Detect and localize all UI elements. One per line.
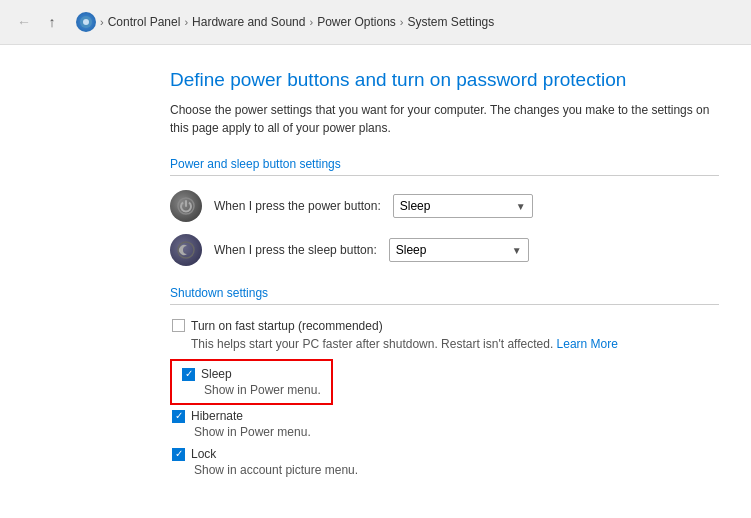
sep1: › <box>100 16 104 28</box>
fast-startup-desc-text: This helps start your PC faster after sh… <box>191 337 553 351</box>
sleep-button-select[interactable]: Sleep ▼ <box>389 238 529 262</box>
sep3: › <box>309 16 313 28</box>
sep2: › <box>184 16 188 28</box>
up-button[interactable]: ↑ <box>40 10 64 34</box>
section-header-buttons: Power and sleep button settings <box>170 157 719 176</box>
fast-startup-label: Turn on fast startup (recommended) <box>191 319 383 333</box>
lock-item-label: Lock <box>191 447 216 461</box>
sleep-button-arrow: ▼ <box>512 245 522 256</box>
shutdown-item-fast-startup: Turn on fast startup (recommended) This … <box>170 319 719 351</box>
power-button-row: When I press the power button: Sleep ▼ <box>170 190 719 222</box>
sleep-checkbox[interactable] <box>182 368 195 381</box>
learn-more-link[interactable]: Learn More <box>557 337 618 351</box>
power-button-icon <box>170 190 202 222</box>
breadcrumb-power-options[interactable]: Power Options <box>317 15 396 29</box>
sleep-item-label: Sleep <box>201 367 232 381</box>
power-button-label: When I press the power button: <box>214 199 381 213</box>
sleep-button-row: When I press the sleep button: Sleep ▼ <box>170 234 719 266</box>
sleep-item-sub: Show in Power menu. <box>182 383 321 397</box>
power-button-select[interactable]: Sleep ▼ <box>393 194 533 218</box>
power-button-value: Sleep <box>400 199 431 213</box>
sleep-highlighted-box: Sleep Show in Power menu. <box>170 359 333 405</box>
shutdown-item-lock: Lock Show in account picture menu. <box>170 447 719 477</box>
lock-item-sub: Show in account picture menu. <box>172 463 719 477</box>
sep4: › <box>400 16 404 28</box>
page-title: Define power buttons and turn on passwor… <box>170 69 719 91</box>
breadcrumb-current: System Settings <box>408 15 495 29</box>
lock-item-row: Lock <box>172 447 719 461</box>
back-button[interactable]: ← <box>12 10 36 34</box>
breadcrumb-nav: › Control Panel › Hardware and Sound › P… <box>76 12 494 32</box>
sleep-button-label: When I press the sleep button: <box>214 243 377 257</box>
fast-startup-desc: This helps start your PC faster after sh… <box>172 337 719 351</box>
shutdown-settings-section: Shutdown settings Turn on fast startup (… <box>170 286 719 477</box>
page-description: Choose the power settings that you want … <box>170 101 719 137</box>
svg-point-1 <box>83 19 89 25</box>
hibernate-item-sub: Show in Power menu. <box>172 425 719 439</box>
hibernate-checkbox[interactable] <box>172 410 185 423</box>
sleep-button-icon <box>170 234 202 266</box>
nav-arrows: ← ↑ <box>12 10 64 34</box>
fast-startup-checkbox[interactable] <box>172 319 185 332</box>
sleep-button-value: Sleep <box>396 243 427 257</box>
power-button-arrow: ▼ <box>516 201 526 212</box>
sleep-item-row: Sleep <box>182 367 321 381</box>
fast-startup-row: Turn on fast startup (recommended) <box>172 319 719 333</box>
button-settings-section: Power and sleep button settings When I p… <box>170 157 719 266</box>
shutdown-item-hibernate: Hibernate Show in Power menu. <box>170 409 719 439</box>
main-content: Define power buttons and turn on passwor… <box>0 45 751 509</box>
hibernate-item-row: Hibernate <box>172 409 719 423</box>
breadcrumb-control-panel[interactable]: Control Panel <box>108 15 181 29</box>
breadcrumb-hardware-sound[interactable]: Hardware and Sound <box>192 15 305 29</box>
section-header-shutdown: Shutdown settings <box>170 286 719 305</box>
breadcrumb-bar: ← ↑ › Control Panel › Hardware and Sound… <box>0 0 751 45</box>
hibernate-item-label: Hibernate <box>191 409 243 423</box>
lock-checkbox[interactable] <box>172 448 185 461</box>
control-panel-icon <box>76 12 96 32</box>
